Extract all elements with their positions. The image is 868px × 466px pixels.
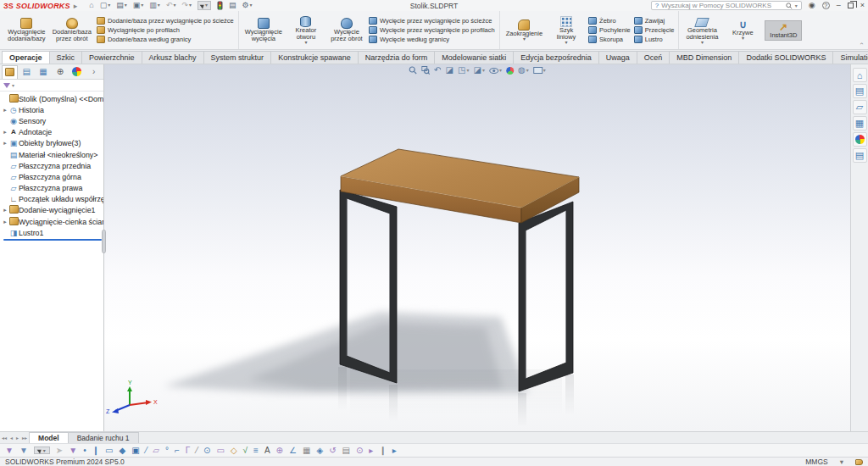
tree-item-plaszczyzna-prawa[interactable]: ▱ Płaszczyzna prawa bbox=[2, 183, 103, 194]
tree-item-plaszczyzna-gorna[interactable]: ▱ Płaszczyzna górna bbox=[2, 171, 103, 182]
sketch-tool-icon[interactable]: Γ bbox=[186, 447, 191, 455]
fillet-button[interactable]: Zaokrąglenie ▾ bbox=[504, 19, 544, 42]
sketch-tool-icon[interactable]: ❙ bbox=[379, 447, 386, 455]
sketch-tool-icon[interactable]: ▭ bbox=[105, 447, 113, 455]
tree-item-wyciagniecie-cienka-scianka1[interactable]: ▸ Wyciągnięcie-cienka ścianka1 bbox=[2, 216, 103, 227]
rib-button[interactable]: Żebro bbox=[588, 17, 631, 25]
swept-boss-button[interactable]: Dodanie/baza przez wyciągnięcie po ścież… bbox=[97, 17, 234, 25]
search-dropdown-icon[interactable]: ▾ bbox=[795, 3, 798, 8]
tree-item-lustro1[interactable]: ◨ Lustro1 bbox=[2, 227, 103, 238]
extruded-cut-button[interactable]: Wyciągnięciewycięcia bbox=[243, 17, 284, 43]
tab-narzedzia-do-form[interactable]: Narzędzia do form bbox=[358, 51, 436, 64]
hole-wizard-dropdown-icon[interactable]: ▾ bbox=[304, 41, 307, 45]
tree-item-sensory[interactable]: ◉ Sensory bbox=[2, 115, 103, 126]
curves-button[interactable]: ∪ Krzywe ▾ bbox=[724, 19, 761, 42]
zoom-to-area-button[interactable] bbox=[421, 66, 430, 75]
help-button[interactable]: ? bbox=[822, 2, 830, 9]
custom-properties-tag-icon[interactable] bbox=[855, 459, 863, 465]
tree-item-material[interactable]: ▤ Materiał <nieokreślony> bbox=[2, 149, 103, 160]
tab-powierzchnie[interactable]: Powierzchnie bbox=[81, 51, 142, 64]
fillet-dropdown-icon[interactable]: ▾ bbox=[523, 37, 526, 42]
rollback-bar[interactable] bbox=[3, 239, 102, 241]
options-button[interactable]: ⚙▾ bbox=[242, 2, 253, 9]
help-search-input[interactable]: ? Wyszukaj w Pomocy SOLIDWORKS ▾ bbox=[651, 1, 802, 10]
filter-icon[interactable] bbox=[3, 83, 10, 88]
select-other-icon[interactable]: ➤ bbox=[56, 447, 63, 455]
hide-show-items-button[interactable]: ▾ bbox=[489, 66, 502, 75]
tab-szkic[interactable]: Szkic bbox=[49, 51, 83, 64]
reference-geometry-button[interactable]: Geometriaodniesienia ▾ bbox=[683, 15, 721, 46]
sketch-tool-icon[interactable]: ⊙ bbox=[203, 447, 210, 455]
model-tab[interactable]: Model bbox=[29, 432, 69, 443]
tab-scroll-prev-icon[interactable]: ◂ bbox=[8, 435, 14, 441]
restore-button[interactable] bbox=[848, 3, 854, 8]
propertymanager-tab[interactable]: ▤ bbox=[19, 65, 35, 79]
units-selector[interactable]: MMGS bbox=[805, 458, 827, 466]
sketch-tool-icon[interactable]: ≡ bbox=[253, 447, 259, 455]
instant3d-button[interactable]: ↗ Instant3D bbox=[765, 20, 802, 41]
sketch-tool-icon[interactable]: ⊕ bbox=[276, 447, 283, 455]
tab-mbd-dimension[interactable]: MBD Dimension bbox=[669, 51, 739, 64]
tab-system-struktur[interactable]: System struktur bbox=[203, 51, 272, 64]
tree-root-item[interactable]: Stolik (Domyślna) <<Domyślna>_Stan bbox=[2, 93, 103, 104]
tab-konstrukcje-spawane[interactable]: Konstrukcje spawane bbox=[270, 51, 359, 64]
refgeo-dropdown-icon[interactable]: ▾ bbox=[701, 41, 704, 45]
graphics-viewport[interactable]: Y X Z ↷ ◪ ◳▾ ◪▾ ▾ ◍▾ ▾ bbox=[104, 64, 850, 431]
select-tool-active[interactable]: ▾ bbox=[34, 447, 50, 454]
curves-dropdown-icon[interactable]: ▾ bbox=[742, 36, 744, 41]
wrap-button[interactable]: Zawijaj bbox=[634, 17, 675, 25]
view-orientation-button[interactable]: ◳▾ bbox=[458, 66, 469, 75]
tree-item-poczatek-ukladu[interactable]: ∟ Początek układu współrzędnych bbox=[2, 194, 103, 205]
display-style-button[interactable]: ◪▾ bbox=[474, 66, 485, 75]
sketch-tool-icon[interactable]: ▸ bbox=[392, 447, 397, 455]
tree-item-dodanie-wyciagniecie1[interactable]: ▸ Dodanie-wyciągnięcie1 bbox=[2, 205, 103, 216]
taskpane-appearances-tab[interactable] bbox=[853, 132, 867, 147]
tree-item-plaszczyzna-przednia[interactable]: ▱ Płaszczyzna przednia bbox=[2, 160, 103, 171]
tree-item-adnotacje[interactable]: ▸A Adnotacje bbox=[2, 127, 103, 138]
save-button[interactable]: ▣▾ bbox=[133, 2, 144, 9]
view-settings-button[interactable]: ▾ bbox=[533, 66, 546, 75]
sketch-tool-icon[interactable]: ▭ bbox=[216, 447, 224, 455]
filter-funnel-icon[interactable]: ▼ bbox=[5, 447, 14, 455]
close-button[interactable]: × bbox=[860, 2, 865, 9]
sketch-tool-icon[interactable]: ▼ bbox=[69, 447, 77, 455]
sketch-tool-icon[interactable]: ▤ bbox=[342, 447, 350, 455]
taskpane-file-explorer-tab[interactable]: ▱ bbox=[853, 100, 867, 114]
new-document-button[interactable]: ▢▾ bbox=[100, 2, 111, 9]
shell-button[interactable]: Skorupa bbox=[588, 36, 631, 43]
lofted-boss-button[interactable]: Wyciągnięcie po profilach bbox=[97, 26, 234, 34]
taskpane-view-palette-tab[interactable]: ▦ bbox=[853, 116, 867, 130]
sketch-tool-icon[interactable]: ° bbox=[165, 447, 169, 455]
revolved-cut-button[interactable]: Wycięcieprzez obrót bbox=[328, 17, 365, 43]
boss-extrude-button[interactable]: Wyciągnięciedodania/bazy bbox=[6, 17, 47, 43]
intersect-button[interactable]: Przecięcie bbox=[634, 26, 675, 34]
select-tool-button[interactable]: ▾ bbox=[198, 1, 211, 10]
sketch-tool-icon[interactable]: ⁄ bbox=[146, 447, 147, 455]
sketch-tool-icon[interactable]: ⁄ bbox=[196, 447, 198, 455]
swept-cut-button[interactable]: Wycięcie przez wyciągnięcie po ścieżce bbox=[369, 17, 495, 25]
linear-pattern-button[interactable]: Szykliniowy ▾ bbox=[548, 15, 585, 46]
sketch-tool-icon[interactable]: ⌐ bbox=[175, 447, 180, 455]
tab-operacje[interactable]: Operacje bbox=[2, 51, 50, 64]
sketch-tool-icon[interactable]: ∠ bbox=[289, 447, 297, 455]
redo-button[interactable]: ↷▾ bbox=[181, 2, 192, 9]
taskpane-design-library-tab[interactable]: ▤ bbox=[853, 84, 867, 98]
tab-dodatki-solidworks[interactable]: Dodatki SOLIDWORKS bbox=[738, 51, 833, 64]
panel-splitter-handle[interactable] bbox=[102, 230, 106, 253]
file-properties-button[interactable]: ▤ bbox=[229, 2, 236, 9]
section-view-button[interactable]: ◪ bbox=[446, 66, 453, 75]
print-button[interactable]: ▥▾ bbox=[149, 2, 160, 9]
rebuild-button[interactable] bbox=[217, 1, 223, 10]
sketch-tool-icon[interactable]: A bbox=[264, 447, 270, 455]
pattern-dropdown-icon[interactable]: ▾ bbox=[565, 41, 568, 45]
tab-scroll-next-icon[interactable]: ▸ bbox=[14, 435, 20, 441]
sketch-tool-icon[interactable]: ❙ bbox=[92, 447, 99, 455]
units-dropdown-icon[interactable]: ▾ bbox=[840, 458, 843, 466]
motion-study-tab[interactable]: Badanie ruchu 1 bbox=[68, 432, 139, 443]
tab-ocen[interactable]: Oceń bbox=[637, 51, 670, 64]
filter-dropdown-icon[interactable]: ▾ bbox=[12, 82, 14, 88]
minimize-button[interactable]: – bbox=[837, 2, 841, 9]
sketch-tool-icon[interactable]: ↺ bbox=[329, 447, 336, 455]
tab-modelowanie-siatki[interactable]: Modelowanie siatki bbox=[434, 51, 514, 64]
tree-item-obiekty-brylowe[interactable]: ▸▣ Obiekty bryłowe(3) bbox=[2, 138, 103, 149]
